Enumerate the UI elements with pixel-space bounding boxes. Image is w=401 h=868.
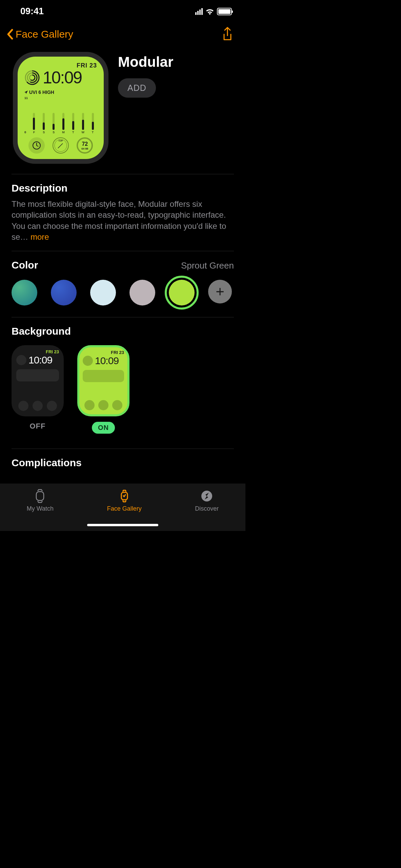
navigation-bar: Face Gallery — [0, 20, 245, 52]
face-title: Modular — [118, 54, 233, 70]
color-heading: Color — [12, 259, 38, 271]
cellular-signal-icon — [195, 8, 203, 15]
weather-complication: 72 64 88 — [77, 137, 93, 154]
status-bar: 09:41 — [0, 0, 245, 20]
complications-section: Complications — [0, 449, 245, 469]
more-link[interactable]: more — [31, 232, 49, 241]
add-color-button[interactable]: + — [208, 280, 232, 303]
color-section: Color Sprout Green + — [0, 251, 245, 317]
status-indicators — [195, 8, 232, 15]
discover-icon — [200, 489, 214, 503]
world-clock-complication: CUP — [53, 137, 69, 154]
hero-section: FRI 23 10:09 UVI 6 HIGH 11 — [0, 52, 245, 174]
add-button[interactable]: ADD — [118, 78, 156, 98]
watch-face-preview: FRI 23 10:09 UVI 6 HIGH 11 — [13, 52, 108, 164]
timer-complication — [28, 137, 45, 154]
color-swatch-sprout-green[interactable] — [169, 280, 195, 305]
description-section: Description The most flexible digital-st… — [0, 174, 245, 251]
description-heading: Description — [12, 182, 234, 194]
my-watch-icon — [33, 489, 47, 503]
svg-line-9 — [61, 143, 63, 145]
tab-my-watch[interactable]: My Watch — [27, 489, 54, 531]
share-button[interactable] — [221, 27, 234, 42]
color-swatch-blue[interactable] — [51, 280, 77, 305]
background-heading: Background — [12, 326, 234, 337]
color-swatch-teal-gradient[interactable] — [12, 280, 37, 305]
uvi-complication: UVI 6 HIGH — [24, 90, 97, 95]
off-label: OFF — [30, 422, 46, 431]
color-swatch-pale-blue[interactable] — [90, 280, 116, 305]
svg-rect-11 — [36, 492, 44, 500]
wifi-icon — [205, 8, 214, 15]
description-text: The most flexible digital-style face, Mo… — [12, 199, 234, 243]
svg-line-10 — [58, 145, 61, 148]
svg-text:CUP: CUP — [59, 140, 63, 142]
location-icon — [24, 91, 28, 94]
on-label: ON — [92, 422, 115, 434]
activity-rings-icon — [24, 70, 40, 85]
complications-heading: Complications — [12, 457, 234, 469]
watch-time: 10:09 — [43, 68, 82, 87]
chevron-left-icon — [7, 29, 14, 40]
uv-chart: 11 0 FSSMTWT — [24, 96, 97, 134]
back-button[interactable]: Face Gallery — [7, 28, 73, 40]
tab-discover[interactable]: Discover — [195, 489, 219, 531]
battery-icon — [217, 8, 232, 15]
color-swatch-grey[interactable] — [129, 280, 155, 305]
background-section: Background FRI 23 10:09 OFF FRI 23 10:09 — [0, 317, 245, 442]
face-gallery-icon — [117, 489, 132, 503]
home-indicator[interactable] — [87, 524, 158, 526]
status-time: 09:41 — [20, 6, 44, 17]
background-option-off[interactable]: FRI 23 10:09 OFF — [12, 345, 64, 434]
background-option-on[interactable]: FRI 23 10:09 ON — [77, 345, 129, 434]
back-label: Face Gallery — [16, 28, 73, 40]
color-selected-name: Sprout Green — [181, 260, 234, 271]
